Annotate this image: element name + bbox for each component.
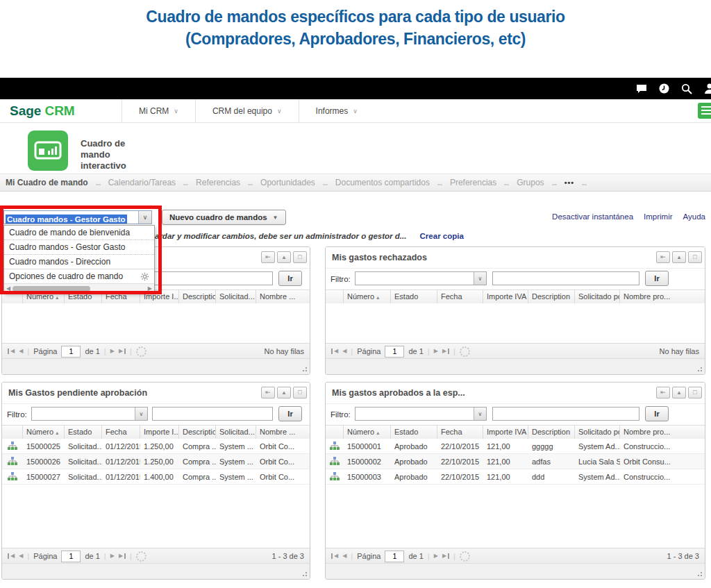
collapse-icon[interactable]: ▴ (277, 387, 291, 398)
column-header[interactable]: Description (179, 426, 216, 439)
refresh-button[interactable] (136, 346, 147, 357)
tab-referencias[interactable]: Referencias (196, 178, 240, 187)
prev-page-button[interactable]: ◀ (19, 348, 23, 354)
next-page-button[interactable]: ▶ (434, 348, 438, 354)
filter-input[interactable] (152, 271, 273, 285)
go-button[interactable]: Ir (278, 406, 302, 421)
green-list-icon[interactable] (698, 103, 711, 119)
next-page-button[interactable]: ▶ (434, 553, 438, 559)
column-header[interactable]: Description (179, 290, 216, 303)
last-page-button[interactable]: ▶ (119, 553, 126, 559)
tab-documentos-compartidos[interactable]: Documentos compartidos (335, 178, 430, 187)
column-header[interactable]: Description (528, 290, 575, 303)
tab-preferencias[interactable]: Preferencias (450, 178, 496, 187)
link-desactivar-instant-nea[interactable]: Desactivar instantánea (552, 212, 633, 221)
tab-grupos[interactable]: Grupos (517, 178, 544, 187)
clock-icon[interactable] (659, 83, 669, 94)
first-page-button[interactable]: ◀ (8, 348, 15, 354)
page-input[interactable] (61, 551, 81, 562)
column-header[interactable]: Importe I... (140, 426, 179, 439)
column-header[interactable]: Estado (65, 426, 102, 439)
chat-icon[interactable] (636, 84, 647, 94)
cell-link[interactable]: ggggg (528, 442, 575, 451)
collapse-icon[interactable]: ▴ (672, 251, 686, 263)
column-header[interactable]: Nombre pro... (620, 426, 705, 439)
column-header[interactable]: Fecha (437, 426, 483, 439)
user-icon[interactable] (704, 83, 711, 94)
prev-page-button[interactable]: ◀ (19, 553, 23, 559)
column-header[interactable]: Importe IVA ... (483, 290, 528, 303)
link-ayuda[interactable]: Ayuda (683, 212, 705, 221)
page-input[interactable] (385, 346, 404, 358)
maximize-icon[interactable]: □ (293, 387, 307, 398)
filter-select[interactable]: ∨ (31, 407, 148, 421)
column-header[interactable]: Nombre pro... (620, 290, 705, 303)
table-row[interactable]: 15000026Solicitad...01/12/20151.250,00Co… (2, 454, 310, 469)
table-row[interactable]: 15000001Aprobado22/10/2015121,00gggggSys… (326, 439, 705, 454)
refresh-button[interactable] (136, 551, 147, 562)
go-button[interactable]: Ir (278, 271, 302, 286)
column-header[interactable]: Solicitado por (575, 426, 620, 439)
column-header[interactable]: Número▴ (23, 426, 65, 439)
column-header[interactable]: Nombre ... (256, 426, 310, 439)
column-header[interactable]: Número▴ (344, 290, 391, 303)
nav-menu-informes[interactable]: Informes∨ (299, 99, 374, 122)
column-header[interactable]: Solicitad... (216, 290, 256, 303)
last-page-button[interactable]: ▶ (442, 348, 449, 354)
column-header[interactable]: Número▴ (344, 426, 391, 439)
next-page-button[interactable]: ▶ (110, 348, 115, 354)
collapse-icon[interactable]: ▴ (672, 387, 686, 398)
new-dashboard-button[interactable]: Nuevo cuadro de mandos ▼ (162, 210, 286, 225)
maximize-icon[interactable]: □ (688, 387, 702, 398)
first-page-button[interactable]: ◀ (8, 553, 15, 559)
first-page-button[interactable]: ◀ (331, 553, 338, 559)
refresh-button[interactable] (460, 346, 470, 357)
column-header[interactable]: Fecha (437, 290, 483, 303)
filter-select[interactable]: ∨ (355, 407, 487, 421)
page-input[interactable] (61, 346, 81, 358)
nav-menu-crm-del-equipo[interactable]: CRM del equipo∨ (195, 99, 299, 122)
column-header[interactable]: Nombre ... (256, 290, 310, 303)
next-page-button[interactable]: ▶ (110, 553, 115, 559)
link-imprimir[interactable]: Imprimir (644, 212, 673, 221)
create-copy-link[interactable]: Crear copia (420, 232, 464, 240)
resize-grip[interactable] (696, 570, 703, 577)
dock-left-icon[interactable]: ⇤ (261, 387, 275, 398)
page-input[interactable] (385, 551, 404, 562)
column-header[interactable]: Solicitad... (216, 426, 256, 439)
column-header[interactable]: Estado (391, 290, 437, 303)
table-row[interactable]: 15000025Solicitad...01/12/20151.250,00Co… (2, 439, 310, 454)
filter-input[interactable] (492, 407, 639, 421)
prev-page-button[interactable]: ◀ (342, 553, 346, 559)
maximize-icon[interactable]: □ (688, 251, 702, 263)
maximize-icon[interactable]: □ (293, 251, 307, 263)
filter-select[interactable]: ∨ (355, 271, 487, 285)
search-icon[interactable] (681, 83, 692, 94)
table-row[interactable]: 15000003Aprobado22/10/2015121,00dddSyste… (326, 469, 705, 485)
table-row[interactable]: 15000002Aprobado22/10/2015121,00adfasLuc… (326, 454, 705, 469)
last-page-button[interactable]: ▶ (119, 348, 126, 354)
dock-left-icon[interactable]: ⇤ (261, 251, 275, 263)
refresh-button[interactable] (460, 551, 470, 562)
filter-input[interactable] (152, 407, 273, 421)
column-header[interactable]: Importe IVA ... (483, 426, 528, 439)
resize-grip[interactable] (696, 365, 703, 372)
first-page-button[interactable]: ◀ (331, 348, 338, 354)
column-header[interactable]: Solicitado por (575, 290, 620, 303)
tab-oportunidades[interactable]: Oportunidades (260, 178, 315, 187)
filter-input[interactable] (492, 271, 639, 285)
resize-grip[interactable] (301, 365, 308, 372)
tab-mi-cuadro-de-mando[interactable]: Mi Cuadro de mando (6, 178, 88, 187)
dock-left-icon[interactable]: ⇤ (656, 387, 670, 398)
tabs-more-button[interactable]: ••• (564, 178, 575, 187)
tab-calendario-tareas[interactable]: Calendario/Tareas (108, 178, 176, 187)
go-button[interactable]: Ir (645, 406, 669, 421)
nav-menu-mi-crm[interactable]: Mi CRM∨ (122, 99, 195, 122)
collapse-icon[interactable]: ▴ (277, 251, 291, 263)
resize-grip[interactable] (301, 570, 308, 577)
go-button[interactable]: Ir (645, 271, 669, 286)
sage-crm-logo[interactable]: SageCRM (10, 99, 75, 122)
table-row[interactable]: 15000027Solicitad...01/12/20151.400,00Co… (2, 469, 310, 485)
last-page-button[interactable]: ▶ (442, 553, 449, 559)
column-header[interactable]: Estado (391, 426, 437, 439)
